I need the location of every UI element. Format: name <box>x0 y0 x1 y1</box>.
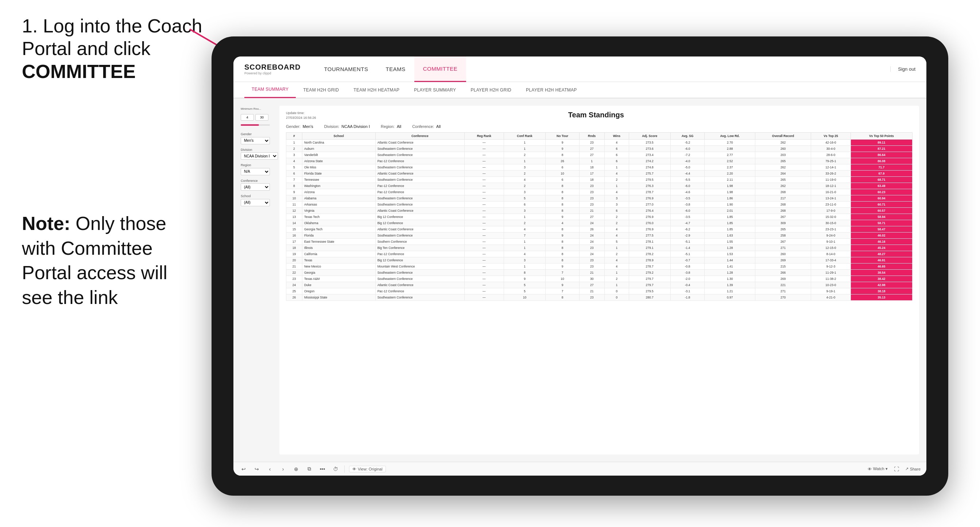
cell-reg-rank: — <box>464 276 504 282</box>
table-row: 20TexasBig 12 Conference—38234278.9-0.71… <box>286 257 913 264</box>
cell-conf-rank: 1 <box>504 158 546 164</box>
nav-committee[interactable]: COMMITTEE <box>414 57 466 82</box>
subtab-team-h2h-heatmap[interactable]: TEAM H2H HEATMAP <box>346 82 407 98</box>
cell-school[interactable]: Florida State <box>302 171 375 177</box>
min-rounds-input[interactable] <box>241 114 254 121</box>
school-select[interactable]: (All) <box>241 199 270 206</box>
cell-vs-top50-points: 58.71 <box>851 220 912 226</box>
share-btn[interactable]: ↗ Share <box>905 467 921 471</box>
cell-school[interactable]: Alabama <box>302 195 375 202</box>
rounds-slider-track <box>241 124 270 126</box>
sign-out-link[interactable]: Sign out <box>890 66 915 72</box>
subtab-player-summary[interactable]: PLAYER SUMMARY <box>407 82 463 98</box>
cell-school[interactable]: Arizona <box>302 189 375 195</box>
menu-btn[interactable]: ••• <box>318 465 327 473</box>
cell-reg-rank: — <box>464 208 504 214</box>
cell-conf-rank: 3 <box>504 257 546 264</box>
cell-school[interactable]: Duke <box>302 282 375 288</box>
cell-school[interactable]: Ole Miss <box>302 164 375 171</box>
cell-school[interactable]: Texas A&M <box>302 276 375 282</box>
bottom-toolbar: ↩ ↪ ‹ › ⊕ ⧉ ••• ⏱ 👁 View: Original 👁 Wat… <box>234 462 926 476</box>
division-select[interactable]: NCAA Division I <box>241 152 278 160</box>
cell-avg-sg: -1.8 <box>670 294 705 301</box>
cell-school[interactable]: Oregon <box>302 288 375 294</box>
cell-school[interactable]: Georgia <box>302 270 375 276</box>
cell-school[interactable]: East Tennessee State <box>302 239 375 245</box>
redo-btn[interactable]: ↪ <box>252 465 261 473</box>
cell-rank: 17 <box>286 239 302 245</box>
cell-school[interactable]: Arkansas <box>302 202 375 208</box>
cell-no-tour: 8 <box>546 257 579 264</box>
cell-school[interactable]: Virginia <box>302 208 375 214</box>
cell-school[interactable]: Texas Tech <box>302 214 375 220</box>
undo-btn[interactable]: ↩ <box>239 465 248 473</box>
cell-school[interactable]: Washington <box>302 183 375 189</box>
rounds-inputs <box>241 114 274 121</box>
cell-avg-sg: -4.4 <box>670 171 705 177</box>
cell-vs-top25: 12-15-0 <box>811 245 851 251</box>
cell-school[interactable]: Vanderbilt <box>302 152 375 158</box>
cell-avg-low: 1.63 <box>705 233 755 239</box>
cell-overall: 266 <box>755 270 811 276</box>
cell-school[interactable]: North Carolina <box>302 140 375 146</box>
cell-school[interactable]: Mississippi State <box>302 294 375 301</box>
cell-overall: 258 <box>755 233 811 239</box>
cell-school[interactable]: Illinois <box>302 245 375 251</box>
cell-vs-top25: 23-23-1 <box>811 226 851 233</box>
cell-conference: Southeastern Conference <box>375 233 464 239</box>
cell-school[interactable]: Arizona State <box>302 158 375 164</box>
cell-school[interactable]: Auburn <box>302 146 375 152</box>
cell-school[interactable]: Tennessee <box>302 177 375 183</box>
cell-school[interactable]: California <box>302 251 375 257</box>
cell-reg-rank: — <box>464 152 504 158</box>
cell-school[interactable]: New Mexico <box>302 264 375 270</box>
cell-vs-top25: 9-19-1 <box>811 288 851 294</box>
cell-rank: 23 <box>286 276 302 282</box>
table-row: 5Ole MissSoutheastern Conference—3618127… <box>286 164 913 171</box>
cell-wins: 3 <box>605 202 629 208</box>
subtabs: TEAM SUMMARY TEAM H2H GRID TEAM H2H HEAT… <box>234 82 926 98</box>
cell-conf-rank: 3 <box>504 189 546 195</box>
cell-overall: 267 <box>755 214 811 220</box>
region-select[interactable]: N/A <box>241 168 270 175</box>
cell-wins: 5 <box>605 239 629 245</box>
back-btn[interactable]: ‹ <box>266 465 274 473</box>
watch-btn[interactable]: 👁 Watch ▾ <box>868 467 888 471</box>
max-rounds-input[interactable] <box>255 114 269 121</box>
cell-school[interactable]: Florida <box>302 233 375 239</box>
cell-no-tour: 7 <box>546 288 579 294</box>
cell-rnds: 23 <box>579 245 605 251</box>
copy-btn[interactable]: ⧉ <box>305 465 313 473</box>
cell-adj-score: 279.7 <box>629 276 670 282</box>
subtab-team-h2h-grid[interactable]: TEAM H2H GRID <box>296 82 346 98</box>
cell-conf-rank: 5 <box>504 195 546 202</box>
nav-tournaments[interactable]: TOURNAMENTS <box>315 57 377 82</box>
cell-avg-low: 1.85 <box>705 220 755 226</box>
forward-btn[interactable]: › <box>278 465 287 473</box>
subtab-team-summary[interactable]: TEAM SUMMARY <box>244 82 296 98</box>
cell-vs-top25: 16-21-0 <box>811 189 851 195</box>
cell-adj-score: 273.6 <box>629 146 670 152</box>
view-original-btn[interactable]: 👁 View: Original <box>349 466 386 472</box>
nav-teams[interactable]: TEAMS <box>377 57 414 82</box>
cell-rank: 20 <box>286 257 302 264</box>
cell-no-tour: 9 <box>546 264 579 270</box>
cell-vs-top25: 12-14-1 <box>811 164 851 171</box>
cell-school[interactable]: Texas <box>302 257 375 264</box>
fullscreen-btn[interactable]: ⛶ <box>892 465 901 473</box>
subtab-player-h2h-heatmap[interactable]: PLAYER H2H HEATMAP <box>519 82 584 98</box>
cell-rank: 11 <box>286 202 302 208</box>
cell-rank: 26 <box>286 294 302 301</box>
clock-btn[interactable]: ⏱ <box>331 465 340 473</box>
cell-vs-top50-points: 58.94 <box>851 214 912 220</box>
conference-select[interactable]: (All) <box>241 183 270 190</box>
cell-reg-rank: — <box>464 195 504 202</box>
subtab-player-h2h-grid[interactable]: PLAYER H2H GRID <box>463 82 519 98</box>
cell-rnds: 27 <box>579 214 605 220</box>
bookmark-btn[interactable]: ⊕ <box>292 465 301 473</box>
cell-school[interactable]: Oklahoma <box>302 220 375 226</box>
gender-select[interactable]: Men's <box>241 137 270 144</box>
cell-reg-rank: — <box>464 171 504 177</box>
cell-school[interactable]: Georgia Tech <box>302 226 375 233</box>
cell-adj-score: 279.5 <box>629 288 670 294</box>
